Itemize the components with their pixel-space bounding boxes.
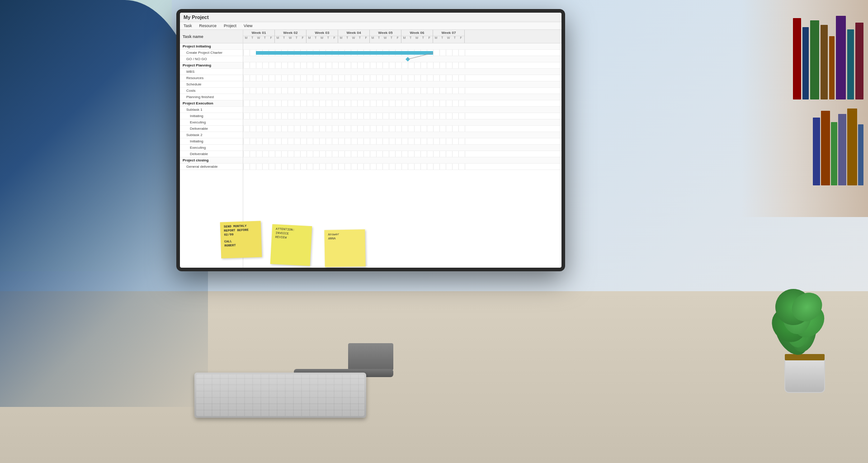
day-label-5-4: F [426,36,433,39]
chart-row-9 [243,100,561,107]
day-label-2-4: F [331,36,338,39]
chart-row-14 [243,132,561,138]
app-title-bar: My Project [180,13,561,22]
week-group-2: Week 03MTWTF [307,30,338,43]
task-row-0: Project Initiating [180,43,243,50]
chart-row-2 [243,56,561,62]
task-row-5: Resources [180,75,243,81]
chart-row-3 [243,62,561,69]
chart-row-12 [243,119,561,126]
day-label-6-3: T [452,36,458,39]
day-label-0-4: F [268,36,274,39]
menu-bar: Task Resource Project View [180,22,561,30]
task-row-18: Project closing [180,157,243,164]
task-row-9: Project Execution [180,100,243,107]
week-label-0: Week 01 [243,30,274,36]
sticky-note-3-text: AnswerANNA [328,232,339,241]
chart-row-17 [243,151,561,157]
week-group-0: Week 01MTWTF [243,30,275,43]
chart-row-15 [243,138,561,145]
sticky-note-1-text: SEND MONTHLYREPORT BEFORE02/09 [224,224,249,237]
monitor-stand [348,343,393,370]
menu-task[interactable]: Task [184,24,192,28]
app-title: My Project [184,14,209,20]
task-row-16: Executing [180,145,243,151]
day-label-2-2: W [319,36,326,39]
week-label-5: Week 06 [401,30,433,36]
day-label-6-2: W [446,36,452,39]
day-label-5-1: T [408,36,414,39]
week-group-4: Week 05MTWTF [370,30,401,43]
day-label-2-1: T [313,36,319,39]
task-row-10: Subtask 1 [180,107,243,113]
sticky-note-2-text: ATTENTION:INVOICEREVIEW [275,227,295,239]
week-group-3: Week 04MTWTF [338,30,370,43]
day-label-2-3: T [325,36,331,39]
day-label-4-2: W [382,36,389,39]
week-group-1: Week 02MTWTF [275,30,307,43]
task-row-1: Create Project Charter [180,50,243,56]
day-label-4-1: T [376,36,382,39]
task-row-14: Subtask 2 [180,132,243,138]
background-scene: My Project Task Resource Project View Ta… [0,0,868,463]
task-row-19: General deliverable [180,164,243,170]
day-label-3-2: W [351,36,357,39]
week-label-1: Week 02 [275,30,306,36]
sticky-note-2: ATTENTION:INVOICEREVIEW [270,224,312,266]
day-label-5-2: W [414,36,420,39]
menu-project[interactable]: Project [224,24,236,28]
menu-view[interactable]: View [244,24,252,28]
day-label-5-3: T [420,36,426,39]
day-label-1-0: M [275,36,281,39]
weeks-header: Week 01MTWTFWeek 02MTWTFWeek 03MTWTFWeek… [243,30,561,43]
sticky-note-1: SEND MONTHLYREPORT BEFORE02/09 CALLROBER… [220,221,262,258]
day-label-2-0: M [307,36,313,39]
day-label-0-3: T [262,36,268,39]
menu-resource[interactable]: Resource [199,24,217,28]
task-row-15: Initiating [180,138,243,145]
chart-rows [243,43,561,170]
task-row-13: Deliverable [180,126,243,132]
task-header-label: Task name [183,34,203,39]
day-label-3-3: T [357,36,363,39]
day-label-6-4: F [458,36,464,39]
chart-row-7 [243,88,561,94]
day-label-1-2: W [288,36,294,39]
chart-row-19 [243,164,561,170]
day-label-4-4: F [395,36,401,39]
day-label-1-4: F [300,36,306,39]
chart-row-18 [243,157,561,164]
day-label-3-4: F [363,36,369,39]
week-label-3: Week 04 [338,30,369,36]
task-row-17: Deliverable [180,151,243,157]
day-label-0-1: T [250,36,256,39]
task-row-2: GO / NO GO [180,56,243,62]
day-label-6-0: M [433,36,439,39]
task-row-4: WBS [180,69,243,75]
week-label-6: Week 07 [433,30,464,36]
task-row-11: Initiating [180,113,243,119]
day-label-0-0: M [243,36,250,39]
plant [764,257,845,393]
day-label-1-3: T [293,36,300,39]
day-label-5-0: M [401,36,408,39]
day-label-4-0: M [370,36,376,39]
sticky-note-3: AnswerANNA [324,229,365,267]
chart-row-13 [243,126,561,132]
day-label-1-1: T [281,36,288,39]
chart-row-1 [243,50,561,56]
chart-row-16 [243,145,561,151]
day-label-6-1: T [439,36,446,39]
task-row-8: Planning finished [180,94,243,100]
task-list-header: Task name [180,30,243,43]
day-label-3-1: T [344,36,351,39]
chart-row-6 [243,81,561,88]
task-row-6: Schedule [180,81,243,88]
week-label-4: Week 05 [370,30,401,36]
keyboard[interactable] [194,373,366,418]
sticky-note-1-text2: CALLROBERT [224,239,258,248]
chart-row-10 [243,107,561,113]
chart-row-0 [243,43,561,50]
task-row-3: Project Planning [180,62,243,69]
task-row-7: Costs [180,88,243,94]
